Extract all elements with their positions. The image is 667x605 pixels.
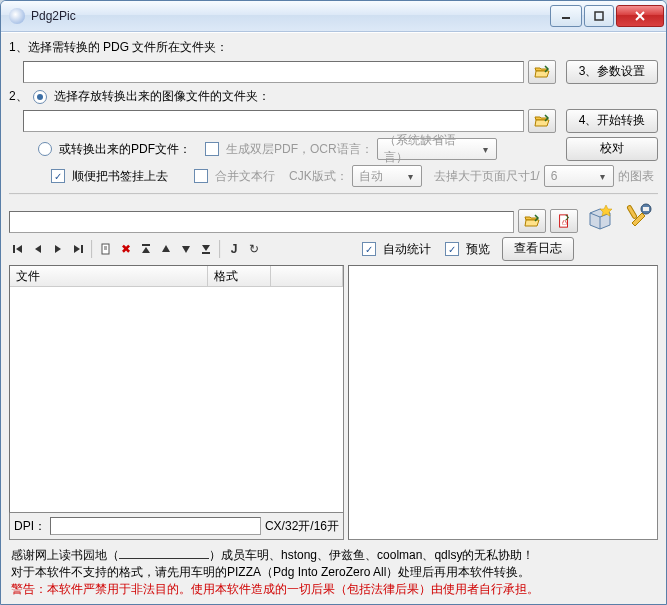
- move-up-button[interactable]: [157, 239, 175, 259]
- j-button[interactable]: J: [225, 239, 243, 259]
- box-star-icon: [584, 199, 616, 231]
- row-step1-input: 3、参数设置: [9, 60, 658, 84]
- window-buttons: [548, 5, 664, 27]
- svg-marker-11: [16, 245, 22, 253]
- toolbar-separator: [219, 240, 221, 258]
- move-top-button[interactable]: [137, 239, 155, 259]
- cjk-label: CJK版式：: [289, 168, 348, 185]
- output-folder-radio[interactable]: [33, 90, 47, 104]
- pdf-icon: 凸: [556, 214, 572, 228]
- col-file-header[interactable]: 文件: [10, 266, 208, 286]
- prev-icon: [33, 244, 43, 254]
- up-icon: [161, 244, 171, 254]
- browse-output-folder-button[interactable]: [528, 109, 556, 133]
- ocr-language-value: （系统缺省语言）: [384, 132, 478, 166]
- discard-ratio-value: 6: [551, 169, 558, 183]
- col-format-header[interactable]: 格式: [208, 266, 271, 286]
- svg-rect-1: [595, 12, 603, 20]
- warning-line: 警告：本软件严禁用于非法目的。使用本软件造成的一切后果（包括法律后果）由使用者自…: [11, 581, 656, 598]
- discard-ratio-dropdown[interactable]: 6 ▾: [544, 165, 614, 187]
- svg-rect-15: [81, 245, 83, 253]
- refresh-button[interactable]: ↻: [245, 239, 263, 259]
- package-button[interactable]: [582, 197, 618, 233]
- col-extra-header[interactable]: [271, 266, 343, 286]
- mid-path-input[interactable]: [9, 211, 514, 233]
- svg-rect-10: [13, 245, 15, 253]
- app-icon: [9, 8, 25, 24]
- svg-marker-20: [142, 247, 150, 253]
- mergetext-label: 合并文本行: [215, 168, 275, 185]
- first-button[interactable]: [9, 239, 27, 259]
- browse-pdg-button[interactable]: [528, 60, 556, 84]
- svg-rect-9: [627, 205, 637, 219]
- dpi-input[interactable]: [50, 517, 261, 535]
- svg-rect-19: [142, 244, 150, 246]
- last-button[interactable]: [69, 239, 87, 259]
- move-down-button[interactable]: [177, 239, 195, 259]
- svg-rect-8: [643, 207, 649, 211]
- minimize-button[interactable]: [550, 5, 582, 27]
- titlebar: Pdg2Pic: [1, 1, 666, 32]
- credits-line: 感谢网上读书园地（）成员车明、hstong、伊兹鱼、coolman、qdlsy的…: [11, 546, 656, 564]
- chevron-down-icon: ▾: [478, 144, 494, 155]
- delete-item-button[interactable]: ✖: [117, 239, 135, 259]
- chevron-down-icon: ▾: [595, 171, 611, 182]
- next-button[interactable]: [49, 239, 67, 259]
- main-area: 文件 格式 DPI： CX/32开/16开: [9, 265, 658, 540]
- maximize-button[interactable]: [584, 5, 614, 27]
- preview-checkbox[interactable]: ✓: [445, 242, 459, 256]
- start-button[interactable]: 4、开始转换: [566, 109, 658, 133]
- folder-open-icon: [534, 65, 550, 79]
- next-icon: [53, 244, 63, 254]
- chevron-down-icon: ▾: [403, 171, 419, 182]
- tools-button[interactable]: [622, 197, 658, 233]
- svg-marker-12: [35, 245, 41, 253]
- bookmark-checkbox[interactable]: ✓: [51, 169, 65, 183]
- viewlog-button[interactable]: 查看日志: [502, 237, 574, 261]
- move-bottom-button[interactable]: [197, 239, 215, 259]
- row-midpath: 凸: [9, 197, 658, 233]
- pdg-folder-input[interactable]: [23, 61, 524, 83]
- svg-marker-13: [55, 245, 61, 253]
- preview-pane[interactable]: [348, 265, 658, 540]
- output-pdf-radio[interactable]: [38, 142, 52, 156]
- settings-button[interactable]: 3、参数设置: [566, 60, 658, 84]
- step1-label: 1、选择需转换的 PDG 文件所在文件夹：: [9, 39, 228, 56]
- move-top-icon: [141, 243, 151, 255]
- autostats-checkbox[interactable]: ✓: [362, 242, 376, 256]
- output-folder-input[interactable]: [23, 110, 524, 132]
- output-folder-radio-label: 选择存放转换出来的图像文件的文件夹：: [54, 88, 270, 105]
- browse-mid-button[interactable]: [518, 209, 546, 233]
- move-bottom-icon: [201, 243, 211, 255]
- svg-marker-14: [74, 245, 80, 253]
- blank-underline: [119, 546, 209, 559]
- mergetext-checkbox[interactable]: [194, 169, 208, 183]
- first-icon: [12, 243, 24, 255]
- ocr-language-dropdown[interactable]: （系统缺省语言） ▾: [377, 138, 497, 160]
- cjk-value: 自动: [359, 168, 383, 185]
- proofread-button[interactable]: 校对: [566, 137, 658, 161]
- discard-prefix-label: 去掉大于页面尺寸1/: [434, 168, 540, 185]
- dpi-row: DPI： CX/32开/16开: [9, 513, 344, 540]
- discard-suffix-label: 的图表: [618, 168, 654, 185]
- cjk-dropdown[interactable]: 自动 ▾: [352, 165, 422, 187]
- svg-marker-22: [182, 246, 190, 253]
- svg-rect-24: [202, 252, 210, 254]
- listview-header: 文件 格式: [10, 266, 343, 287]
- file-listview[interactable]: 文件 格式: [9, 265, 344, 513]
- listview-body[interactable]: [10, 287, 343, 512]
- close-button[interactable]: [616, 5, 664, 27]
- row-step1: 1、选择需转换的 PDG 文件所在文件夹：: [9, 39, 658, 56]
- pdf-export-button[interactable]: 凸: [550, 209, 578, 233]
- app-body: 1、选择需转换的 PDG 文件所在文件夹： 3、参数设置 2、 选择存放转换出来…: [1, 32, 666, 604]
- app-window: Pdg2Pic 1、选择需转换的 PDG 文件所在文件夹： 3、参数设置: [0, 0, 667, 605]
- window-title: Pdg2Pic: [31, 9, 548, 23]
- preview-label: 预览: [466, 241, 490, 258]
- prev-button[interactable]: [29, 239, 47, 259]
- svg-marker-23: [202, 245, 210, 251]
- new-item-button[interactable]: [97, 239, 115, 259]
- doublelayer-label: 生成双层PDF，OCR语言：: [226, 141, 373, 158]
- autostats-label: 自动统计: [383, 241, 431, 258]
- tools-icon: [624, 199, 656, 231]
- doublelayer-checkbox[interactable]: [205, 142, 219, 156]
